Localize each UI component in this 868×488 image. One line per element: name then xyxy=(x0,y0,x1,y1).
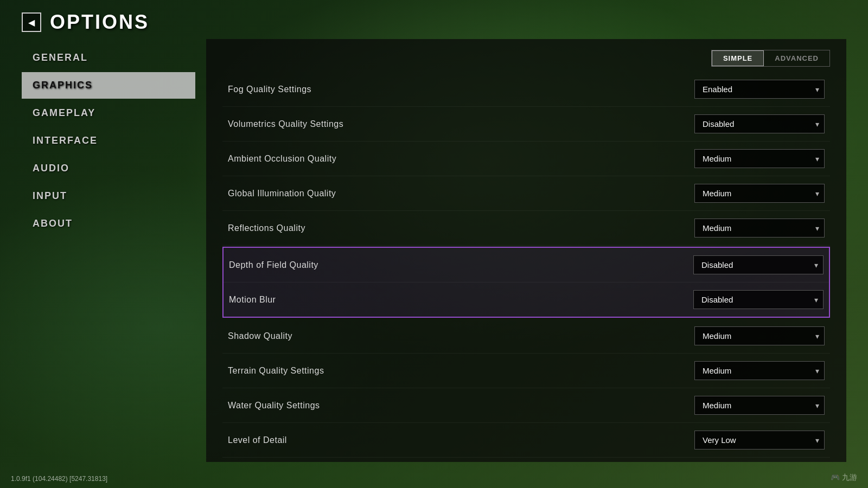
dropdown-wrapper-level-of-detail: Very LowLowMediumHighUltra▾ xyxy=(694,431,825,450)
setting-row-shadow-quality: Shadow QualityDisabledLowMediumHighUltra… xyxy=(222,319,830,354)
dropdown-shadow-quality[interactable]: DisabledLowMediumHighUltra xyxy=(694,326,825,345)
dropdown-terrain-quality[interactable]: LowMediumHighUltra xyxy=(694,361,825,380)
setting-label-motion-blur: Motion Blur xyxy=(229,295,276,305)
settings-list: Fog Quality SettingsEnabledDisabledLowMe… xyxy=(222,72,830,462)
setting-row-level-of-detail: Level of DetailVery LowLowMediumHighUltr… xyxy=(222,423,830,458)
dropdown-reflections[interactable]: DisabledLowMediumHighUltra xyxy=(694,219,825,237)
setting-label-volumetrics-quality: Volumetrics Quality Settings xyxy=(228,119,343,129)
dropdown-wrapper-water-quality: LowMediumHighUltra▾ xyxy=(694,396,825,415)
setting-label-global-illumination: Global Illumination Quality xyxy=(228,189,336,198)
header: ◀ OPTIONS xyxy=(0,0,868,39)
dropdown-fog-quality[interactable]: EnabledDisabledLowMediumHigh xyxy=(694,80,825,99)
setting-label-level-of-detail: Level of Detail xyxy=(228,435,287,445)
dropdown-motion-blur[interactable]: DisabledLowMediumHigh xyxy=(693,290,824,309)
dropdown-wrapper-global-illumination: DisabledLowMediumHighUltra▾ xyxy=(694,184,825,203)
simple-mode-button[interactable]: SIMPLE xyxy=(712,50,764,66)
setting-label-ambient-occlusion: Ambient Occlusion Quality xyxy=(228,154,336,164)
setting-label-fog-quality: Fog Quality Settings xyxy=(228,85,311,94)
sidebar-item-audio[interactable]: AUDIO xyxy=(22,155,195,182)
dropdown-ambient-occlusion[interactable]: DisabledLowMediumHighUltra xyxy=(694,149,825,168)
setting-row-volumetrics-quality: Volumetrics Quality SettingsDisabledLowM… xyxy=(222,107,830,142)
highlighted-group: Depth of Field QualityDisabledLowMediumH… xyxy=(222,247,830,318)
sidebar-item-gameplay[interactable]: GAMEPLAY xyxy=(22,100,195,126)
setting-row-fog-quality: Fog Quality SettingsEnabledDisabledLowMe… xyxy=(222,72,830,107)
dropdown-wrapper-fog-quality: EnabledDisabledLowMediumHigh▾ xyxy=(694,80,825,99)
sidebar-item-graphics[interactable]: GRAPHICS xyxy=(22,72,195,99)
content-area: SIMPLE ADVANCED Fog Quality SettingsEnab… xyxy=(206,39,846,462)
page-title: OPTIONS xyxy=(50,11,149,34)
setting-row-depth-of-field: Depth of Field QualityDisabledLowMediumH… xyxy=(224,248,829,282)
setting-row-reflections: Reflections QualityDisabledLowMediumHigh… xyxy=(222,211,830,246)
setting-label-water-quality: Water Quality Settings xyxy=(228,401,320,410)
dropdown-water-quality[interactable]: LowMediumHighUltra xyxy=(694,396,825,415)
setting-row-ambient-occlusion: Ambient Occlusion QualityDisabledLowMedi… xyxy=(222,142,830,176)
sidebar-item-general[interactable]: GENERAL xyxy=(22,44,195,71)
setting-row-animation-quality: Animation QualityLowMediumHighUltra▾ xyxy=(222,458,830,462)
dropdown-wrapper-ambient-occlusion: DisabledLowMediumHighUltra▾ xyxy=(694,149,825,168)
dropdown-wrapper-volumetrics-quality: DisabledLowMediumHigh▾ xyxy=(694,114,825,133)
dropdown-wrapper-depth-of-field: DisabledLowMediumHighUltra▾ xyxy=(693,255,824,274)
dropdown-wrapper-reflections: DisabledLowMediumHighUltra▾ xyxy=(694,219,825,237)
dropdown-volumetrics-quality[interactable]: DisabledLowMediumHigh xyxy=(694,114,825,133)
dropdown-level-of-detail[interactable]: Very LowLowMediumHighUltra xyxy=(694,431,825,450)
sidebar-item-about[interactable]: ABOUT xyxy=(22,210,195,237)
watermark-text: 🎮 九游 xyxy=(831,473,857,481)
dropdown-wrapper-terrain-quality: LowMediumHighUltra▾ xyxy=(694,361,825,380)
setting-row-terrain-quality: Terrain Quality SettingsLowMediumHighUlt… xyxy=(222,354,830,388)
setting-label-depth-of-field: Depth of Field Quality xyxy=(229,260,318,270)
sidebar-item-interface[interactable]: INTERFACE xyxy=(22,127,195,154)
setting-label-shadow-quality: Shadow Quality xyxy=(228,331,292,341)
sidebar: GENERALGRAPHICSGAMEPLAYINTERFACEAUDIOINP… xyxy=(22,39,195,477)
setting-row-global-illumination: Global Illumination QualityDisabledLowMe… xyxy=(222,176,830,211)
mode-toggle: SIMPLE ADVANCED xyxy=(711,50,830,67)
advanced-mode-button[interactable]: ADVANCED xyxy=(764,50,829,66)
dropdown-global-illumination[interactable]: DisabledLowMediumHighUltra xyxy=(694,184,825,203)
setting-label-reflections: Reflections Quality xyxy=(228,223,305,233)
main-layout: GENERALGRAPHICSGAMEPLAYINTERFACEAUDIOINP… xyxy=(0,39,868,488)
setting-label-terrain-quality: Terrain Quality Settings xyxy=(228,366,324,376)
back-button[interactable]: ◀ xyxy=(22,12,41,32)
setting-row-motion-blur: Motion BlurDisabledLowMediumHigh▾ xyxy=(224,282,829,317)
dropdown-depth-of-field[interactable]: DisabledLowMediumHighUltra xyxy=(693,255,824,274)
version-info: 1.0.9f1 (104.24482) [5247.31813] xyxy=(11,475,107,483)
dropdown-wrapper-motion-blur: DisabledLowMediumHigh▾ xyxy=(693,290,824,309)
dropdown-wrapper-shadow-quality: DisabledLowMediumHighUltra▾ xyxy=(694,326,825,345)
back-icon: ◀ xyxy=(28,17,35,28)
sidebar-item-input[interactable]: INPUT xyxy=(22,183,195,209)
watermark: 🎮 九游 xyxy=(831,473,857,483)
setting-row-water-quality: Water Quality SettingsLowMediumHighUltra… xyxy=(222,388,830,423)
